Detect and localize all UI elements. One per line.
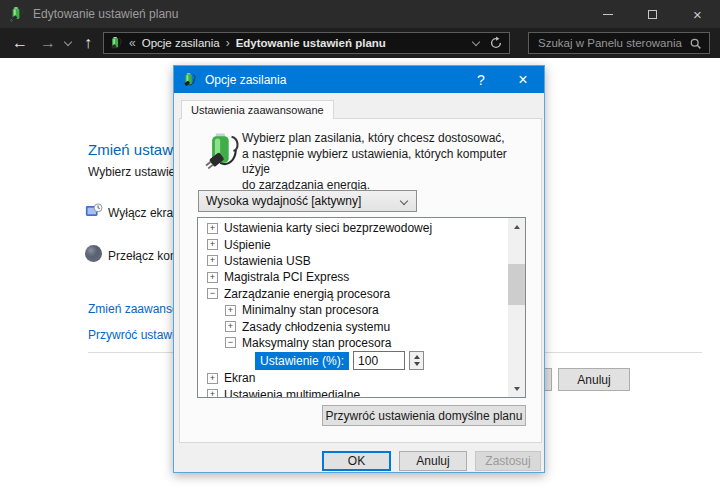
- dialog-close-button[interactable]: ×: [502, 66, 544, 93]
- power-plan-icon: [182, 72, 197, 87]
- setting-value-input[interactable]: [353, 351, 405, 370]
- tree-item-label: Uśpienie: [224, 238, 271, 252]
- address-bar[interactable]: « Opcje zasilania › Edytowanie ustawień …: [103, 32, 510, 54]
- tree-item[interactable]: +Magistrala PCI Express: [198, 269, 508, 285]
- dialog-description: Wybierz plan zasilania, który chcesz dos…: [242, 131, 537, 193]
- expand-icon[interactable]: +: [225, 321, 236, 332]
- search-box: [528, 32, 710, 54]
- tree-item[interactable]: +Minimalny stan procesora: [198, 302, 508, 318]
- tree-item-label: Minimalny stan procesora: [242, 303, 379, 317]
- tree-scrollbar[interactable]: [508, 218, 525, 397]
- advanced-settings-tabpage: Wybierz plan zasilania, który chcesz dos…: [179, 118, 542, 443]
- breadcrumb-item-opcje-zasilania[interactable]: Opcje zasilania: [142, 37, 220, 49]
- expand-icon[interactable]: +: [207, 223, 218, 234]
- tree-item[interactable]: +Ustawienia multimedialne: [198, 387, 508, 398]
- turn-off-display-label: Wyłącz ekran:: [108, 206, 173, 220]
- tree-item[interactable]: −Zarządzanie energią procesora: [198, 286, 508, 302]
- forward-button[interactable]: →: [36, 28, 60, 58]
- power-plan-selected-value: Wysoka wydajność [aktywny]: [206, 194, 361, 208]
- spinner-up-icon[interactable]: [414, 355, 420, 359]
- tree-item[interactable]: −Maksymalny stan procesora: [198, 335, 508, 351]
- change-advanced-settings-link[interactable]: Zmień zaawansow: [88, 302, 173, 316]
- power-options-dialog: Opcje zasilania ? × Ustawienia zaawansow…: [173, 65, 545, 473]
- tree-item[interactable]: +Ustawienia USB: [198, 253, 508, 269]
- power-plan-select[interactable]: Wysoka wydajność [aktywny]: [198, 190, 417, 212]
- restore-plan-defaults-button[interactable]: Przywróć ustawienia domyślne planu: [322, 405, 526, 426]
- window-controls: ×: [585, 0, 720, 28]
- minimize-button[interactable]: [585, 0, 630, 28]
- search-input[interactable]: [529, 33, 709, 53]
- tree-item[interactable]: +Ekran: [198, 370, 508, 386]
- search-icon[interactable]: [689, 37, 702, 50]
- tree-item[interactable]: +Uśpienie: [198, 236, 508, 252]
- up-button[interactable]: ↑: [76, 28, 100, 58]
- scroll-down-icon: [514, 387, 520, 391]
- breadcrumb-separator-icon[interactable]: ›: [226, 36, 230, 50]
- tree-item-label: Zarządzanie energią procesora: [224, 287, 390, 301]
- scrollbar-down-button[interactable]: [508, 380, 525, 397]
- power-plan-icon: [109, 36, 123, 50]
- back-icon: ←: [12, 34, 28, 52]
- power-plan-icon: [9, 6, 25, 22]
- navigation-bar: ← → ↑ « Opcje zasilania › Edytowanie ust…: [0, 28, 720, 58]
- spinner-down-icon[interactable]: [414, 362, 420, 366]
- expand-icon[interactable]: +: [207, 272, 218, 283]
- close-icon: ×: [693, 7, 702, 22]
- address-dropdown-icon[interactable]: [472, 38, 480, 46]
- breadcrumb-item-current[interactable]: Edytowanie ustawień planu: [236, 37, 386, 49]
- tree-item-label: Magistrala PCI Express: [224, 270, 349, 284]
- sleep-setting-label: Przełącz komp: [108, 249, 173, 263]
- tree-item-label: Ustawienia USB: [224, 254, 311, 268]
- page-title: Zmień ustawien: [88, 141, 173, 158]
- scrollbar-thumb[interactable]: [508, 264, 525, 305]
- collapse-icon[interactable]: −: [225, 337, 236, 348]
- ok-button[interactable]: OK: [322, 451, 391, 471]
- tree-item-label: Maksymalny stan procesora: [242, 336, 391, 350]
- tree-item[interactable]: +Zasady chłodzenia systemu: [198, 318, 508, 334]
- spinner-control[interactable]: [409, 351, 424, 370]
- minimize-icon: [603, 14, 613, 15]
- collapse-icon[interactable]: −: [207, 288, 218, 299]
- chevron-down-icon: [400, 197, 408, 205]
- setting-label-selected[interactable]: Ustawienie (%):: [255, 352, 349, 370]
- dialog-help-button[interactable]: ?: [460, 66, 502, 93]
- maximize-button[interactable]: [630, 0, 675, 28]
- display-clock-icon: [85, 202, 103, 220]
- tree-item-label: Ustawienia karty sieci bezprzewodowej: [224, 221, 432, 235]
- restore-defaults-link[interactable]: Przywróć ustawien: [88, 328, 173, 342]
- dialog-titlebar-buttons: ? ×: [460, 66, 544, 93]
- scroll-up-icon: [514, 225, 520, 229]
- help-icon: ?: [477, 72, 485, 88]
- address-bar-controls: [473, 33, 503, 53]
- description-line: a następnie wybierz ustawienia, których …: [242, 147, 537, 178]
- settings-tree-rows: +Ustawienia karty sieci bezprzewodowej +…: [198, 220, 508, 398]
- tree-item-label: Zasady chłodzenia systemu: [242, 320, 390, 334]
- window-titlebar: Edytowanie ustawień planu ×: [0, 0, 720, 28]
- tab-advanced-settings[interactable]: Ustawienia zaawansowane: [181, 100, 334, 119]
- expand-icon[interactable]: +: [207, 389, 218, 398]
- moon-sleep-icon: [85, 245, 102, 262]
- expand-icon[interactable]: +: [207, 239, 218, 250]
- maximize-icon: [648, 10, 657, 19]
- apply-button-disabled: Zastosuj: [475, 451, 541, 471]
- tree-item-label: Ustawienia multimedialne: [224, 388, 360, 398]
- breadcrumb-root-chevron[interactable]: «: [129, 36, 136, 50]
- tree-item-label: Ekran: [224, 371, 255, 385]
- expand-icon[interactable]: +: [225, 305, 236, 316]
- back-button[interactable]: ←: [8, 28, 32, 58]
- up-icon: ↑: [84, 34, 92, 52]
- refresh-icon[interactable]: [489, 36, 503, 50]
- window-title: Edytowanie ustawień planu: [33, 7, 178, 21]
- expand-icon[interactable]: +: [207, 255, 218, 266]
- scrollbar-up-button[interactable]: [508, 218, 525, 235]
- expand-icon[interactable]: +: [207, 373, 218, 384]
- page-subtitle: Wybierz ustawienia: [88, 165, 173, 179]
- dialog-title: Opcje zasilania: [205, 73, 286, 87]
- tree-item[interactable]: +Ustawienia karty sieci bezprzewodowej: [198, 220, 508, 236]
- close-button[interactable]: ×: [675, 0, 720, 28]
- cancel-button[interactable]: Anuluj: [399, 451, 467, 471]
- screenshot-root: Edytowanie ustawień planu × ← → ↑ « Opcj…: [0, 0, 720, 495]
- page-cancel-button[interactable]: Anuluj: [558, 368, 630, 391]
- recent-pages-button[interactable]: [60, 28, 76, 58]
- dialog-titlebar[interactable]: Opcje zasilania ? ×: [174, 66, 544, 93]
